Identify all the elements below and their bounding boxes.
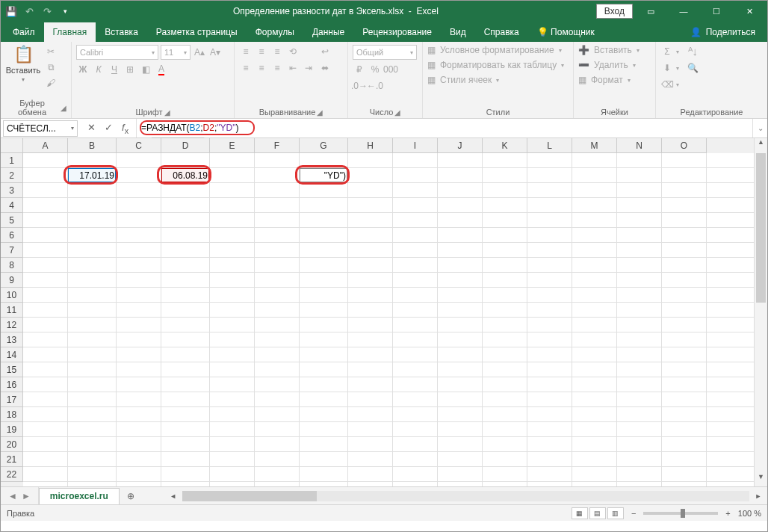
increase-font-icon[interactable]: A▴: [193, 46, 206, 59]
underline-icon[interactable]: Ч: [108, 63, 121, 76]
row-header-2[interactable]: 2: [1, 168, 23, 183]
save-icon[interactable]: 💾: [5, 5, 17, 17]
format-cells-button[interactable]: ▦Формат▾: [578, 75, 640, 85]
col-header-B[interactable]: B: [68, 138, 117, 153]
scroll-thumb[interactable]: [756, 153, 766, 303]
tab-tellme[interactable]: 💡 Помощник: [528, 22, 604, 42]
col-header-A[interactable]: A: [23, 138, 68, 153]
italic-icon[interactable]: К: [92, 63, 105, 76]
vertical-scrollbar[interactable]: ▲ ▼: [754, 138, 767, 486]
clear-icon[interactable]: ⌫: [660, 78, 674, 91]
col-header-J[interactable]: J: [438, 138, 483, 153]
row-header-16[interactable]: 16: [1, 377, 23, 392]
cancel-formula-icon[interactable]: ✕: [87, 122, 96, 135]
delete-cells-button[interactable]: ➖Удалить▾: [578, 60, 640, 70]
zoom-handle[interactable]: [681, 509, 685, 518]
row-header-21[interactable]: 21: [1, 452, 23, 467]
col-header-O[interactable]: O: [662, 138, 707, 153]
format-as-table-button[interactable]: ▦Форматировать как таблицу▾: [427, 60, 564, 70]
autosum-icon[interactable]: Σ: [660, 45, 674, 58]
dialog-launcher-icon[interactable]: ◢: [394, 108, 400, 117]
scroll-up-icon[interactable]: ▲: [755, 138, 767, 152]
font-name-combo[interactable]: Calibri▾: [76, 45, 158, 60]
row-header-12[interactable]: 12: [1, 318, 23, 332]
redo-icon[interactable]: ↷: [41, 5, 53, 17]
col-header-I[interactable]: I: [393, 138, 438, 153]
hscroll-track[interactable]: [182, 491, 749, 501]
dialog-launcher-icon[interactable]: ◢: [317, 108, 323, 117]
zoom-in-icon[interactable]: +: [725, 509, 730, 518]
row-header-1[interactable]: 1: [1, 153, 23, 168]
align-top-icon[interactable]: ≡: [239, 45, 253, 58]
indent-increase-icon[interactable]: ⇥: [302, 61, 315, 75]
bold-icon[interactable]: Ж: [76, 63, 90, 76]
dialog-launcher-icon[interactable]: ◢: [164, 108, 170, 117]
sheet-next-icon[interactable]: ►: [22, 491, 31, 501]
tab-layout[interactable]: Разметка страницы: [147, 22, 247, 42]
increase-decimal-icon[interactable]: .0→: [353, 79, 366, 93]
tab-formulas[interactable]: Формулы: [247, 22, 303, 42]
col-header-M[interactable]: M: [572, 138, 617, 153]
fill-icon[interactable]: ⬇: [660, 61, 674, 75]
zoom-level[interactable]: 100 %: [738, 509, 761, 518]
row-header-19[interactable]: 19: [1, 422, 23, 437]
row-header-18[interactable]: 18: [1, 407, 23, 422]
view-page-layout-icon[interactable]: ▤: [589, 507, 606, 519]
align-left-icon[interactable]: ≡: [239, 61, 253, 75]
row-header-7[interactable]: 7: [1, 243, 23, 258]
decrease-decimal-icon[interactable]: ←.0: [368, 79, 382, 93]
undo-icon[interactable]: ↶: [23, 5, 35, 17]
col-header-N[interactable]: N: [617, 138, 662, 153]
tab-data[interactable]: Данные: [303, 22, 353, 42]
col-header-H[interactable]: H: [348, 138, 393, 153]
percent-icon[interactable]: %: [368, 63, 382, 76]
row-header-20[interactable]: 20: [1, 437, 23, 452]
hscroll-thumb[interactable]: [182, 491, 317, 501]
row-header-17[interactable]: 17: [1, 392, 23, 407]
row-header-14[interactable]: 14: [1, 347, 23, 362]
qat-customize-icon[interactable]: ▾: [59, 5, 71, 17]
border-icon[interactable]: ⊞: [123, 63, 137, 76]
formula-input[interactable]: =РАЗНДАТ(B2;D2;"YD") РАЗНДАТ(): [136, 119, 752, 137]
sheet-nav[interactable]: ◄ ►: [1, 487, 39, 504]
comma-icon[interactable]: 000: [384, 63, 397, 76]
share-button[interactable]: 👤 Поделиться: [681, 22, 764, 42]
tab-insert[interactable]: Вставка: [96, 22, 147, 42]
close-icon[interactable]: ✕: [734, 1, 764, 22]
ribbon-display-icon[interactable]: ▭: [636, 1, 666, 22]
row-header-22[interactable]: 22: [1, 467, 23, 482]
row-header-15[interactable]: 15: [1, 362, 23, 377]
expand-formula-bar-icon[interactable]: ⌄: [752, 119, 767, 137]
row-header-13[interactable]: 13: [1, 332, 23, 347]
number-format-combo[interactable]: Общий▾: [353, 45, 417, 60]
format-painter-icon[interactable]: 🖌: [44, 76, 58, 90]
view-page-break-icon[interactable]: ▥: [607, 507, 624, 519]
row-header-5[interactable]: 5: [1, 213, 23, 228]
merge-icon[interactable]: ⬌: [318, 61, 332, 75]
tab-home[interactable]: Главная: [44, 22, 96, 42]
minimize-icon[interactable]: —: [669, 1, 699, 22]
zoom-out-icon[interactable]: −: [631, 509, 636, 518]
fx-icon[interactable]: fx: [122, 122, 128, 135]
align-right-icon[interactable]: ≡: [270, 61, 284, 75]
insert-cells-button[interactable]: ➕Вставить▾: [578, 45, 640, 55]
col-header-F[interactable]: F: [255, 138, 300, 153]
align-middle-icon[interactable]: ≡: [255, 45, 268, 58]
indent-decrease-icon[interactable]: ⇤: [286, 61, 300, 75]
scroll-left-icon[interactable]: ◄: [167, 492, 179, 500]
signin-button[interactable]: Вход: [596, 4, 633, 19]
row-header-4[interactable]: 4: [1, 198, 23, 213]
sheet-prev-icon[interactable]: ◄: [8, 491, 17, 501]
wrap-text-icon[interactable]: ↩: [318, 45, 332, 58]
enter-formula-icon[interactable]: ✓: [105, 122, 113, 135]
tab-help[interactable]: Справка: [475, 22, 528, 42]
font-color-icon[interactable]: A: [155, 63, 168, 76]
tab-file[interactable]: Файл: [4, 22, 44, 42]
paste-button[interactable]: 📋 Вставить ▾: [5, 45, 41, 83]
col-header-K[interactable]: K: [483, 138, 527, 153]
chevron-down-icon[interactable]: ▾: [71, 125, 74, 132]
conditional-formatting-button[interactable]: ▦Условное форматирование▾: [427, 45, 564, 55]
align-center-icon[interactable]: ≡: [255, 61, 268, 75]
col-header-L[interactable]: L: [527, 138, 572, 153]
select-all-button[interactable]: [1, 138, 23, 153]
